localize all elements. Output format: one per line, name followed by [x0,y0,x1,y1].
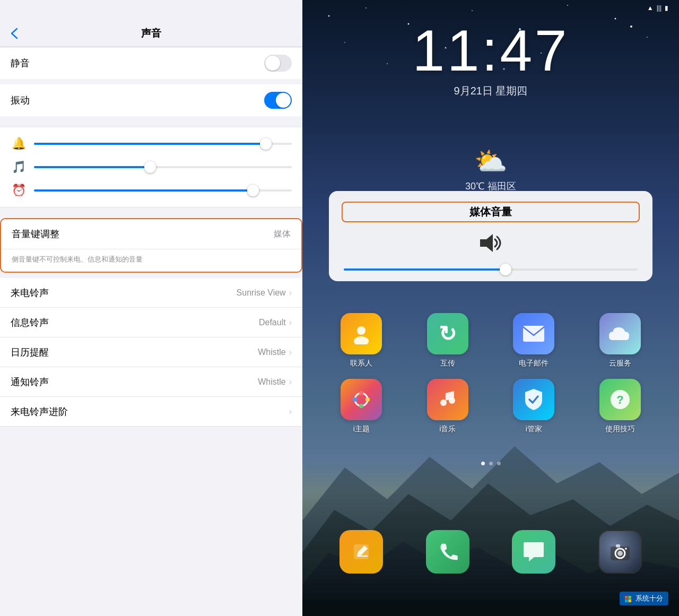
tips-icon: ? [599,379,641,420]
dock-camera[interactable] [598,530,642,574]
watermark: 系统十分 [620,592,668,605]
advanced-chevron-icon: › [289,407,292,417]
mute-section: 静音 [0,47,302,79]
music-slider-fill [34,166,150,168]
camera-icon [598,530,642,574]
notification-label: 通知铃声 [11,376,49,388]
transfer-label: 互传 [440,359,455,368]
calendar-row[interactable]: 日历提醒 Whistle › [0,337,302,367]
alarm-slider-fill [34,189,253,192]
mute-toggle[interactable] [264,55,292,72]
ringtone-right: Sunrise View › [237,288,292,298]
svg-point-28 [449,397,455,404]
divider-1 [0,79,302,84]
page-title: 声音 [141,27,162,40]
ringtone-chevron-icon: › [289,288,292,298]
music-icon: 🎵 [11,160,27,174]
divider-4 [0,273,302,278]
svg-point-37 [625,548,627,550]
svg-point-19 [357,326,365,335]
notification-row[interactable]: 通知铃声 Whistle › [0,367,302,397]
dock-messages[interactable] [512,530,555,574]
edit-icon [340,530,383,574]
notification-value: Whistle [258,377,285,387]
calendar-chevron-icon: › [289,348,292,357]
dock-edit[interactable] [340,530,383,574]
contacts-label: 联系人 [350,359,372,368]
back-button[interactable] [11,28,18,39]
cloud-icon [599,313,641,354]
music-slider-track[interactable] [34,166,292,168]
mute-toggle-knob [265,56,280,71]
app-contacts[interactable]: 联系人 [324,313,398,368]
advanced-label: 来电铃声进阶 [11,405,68,418]
tone-section: 来电铃声 Sunrise View › 信息铃声 Default › 日历提醒 … [0,278,302,427]
bell-volume-row: 🔔 [11,137,292,151]
app-security[interactable]: i管家 [497,379,571,434]
popup-volume-slider[interactable] [344,268,638,271]
message-tone-right: Default › [259,318,292,327]
volume-key-value: 媒体 [274,229,291,240]
volume-key-label: 音量键调整 [12,228,59,240]
lockscreen-panel: ▲ ||| ▮ 11:47 9月21日 星期四 ⛅ 30℃ 福田区 媒体音量 [302,0,679,616]
svg-point-23 [359,391,363,395]
music-volume-row: 🎵 [11,160,292,174]
message-tone-value: Default [259,318,286,327]
media-volume-popup: 媒体音量 [329,191,652,281]
ringtone-row[interactable]: 来电铃声 Sunrise View › [0,278,302,308]
status-bar: ▲ ||| ▮ [302,0,679,16]
svg-rect-40 [625,599,628,602]
app-tips[interactable]: ? 使用技巧 [583,379,657,434]
messages-icon [512,530,555,574]
page-dot-1 [481,462,485,465]
notification-right: Whistle › [258,377,292,387]
vibrate-section: 振动 [0,84,302,116]
contacts-icon [341,313,382,354]
page-dot-2 [489,462,493,465]
mute-row: 静音 [0,47,302,79]
calendar-right: Whistle › [258,348,292,357]
popup-volume-icon [342,230,640,261]
svg-rect-39 [629,596,632,599]
volume-key-desc: 侧音量键不可控制来电、信息和通知的音量 [1,249,301,272]
clock-time: 11:47 [302,21,679,80]
ringtone-label: 来电铃声 [11,287,49,299]
volume-key-row[interactable]: 音量键调整 媒体 [1,219,301,249]
svg-rect-41 [629,599,632,602]
vibrate-label: 振动 [11,94,30,107]
mute-label: 静音 [11,57,30,70]
app-theme[interactable]: i主题 [324,379,398,434]
bottom-dock [318,530,663,574]
vibrate-toggle[interactable] [264,92,292,109]
sliders-section: 🔔 🎵 ⏰ [0,127,302,207]
alarm-slider-track[interactable] [34,189,292,192]
bell-slider-track[interactable] [34,143,292,145]
security-label: i管家 [526,424,542,434]
app-row-2: i主题 i音乐 i管家 [318,379,663,434]
advanced-right: › [289,407,292,417]
bell-icon: 🔔 [11,137,27,151]
message-tone-row[interactable]: 信息铃声 Default › [0,308,302,337]
app-cloud[interactable]: 云服务 [583,313,657,368]
music-label: i音乐 [439,424,456,434]
advanced-row[interactable]: 来电铃声进阶 › [0,397,302,427]
transfer-icon: ↻ [427,313,468,354]
battery-icon: ▮ [665,4,668,12]
settings-scroll[interactable]: 静音 振动 🔔 [0,47,302,616]
app-row-1: 联系人 ↻ 互传 电子邮件 [318,313,663,368]
calendar-value: Whistle [258,348,285,357]
divider-3 [0,207,302,213]
svg-marker-18 [480,234,493,252]
theme-label: i主题 [353,424,370,434]
dock-phone[interactable] [426,530,469,574]
svg-point-6 [615,18,616,20]
app-email[interactable]: 电子邮件 [497,313,571,368]
popup-title: 媒体音量 [342,202,640,222]
app-transfer[interactable]: ↻ 互传 [411,313,485,368]
page-dot-3 [497,462,501,465]
divider-2 [0,116,302,122]
app-music[interactable]: i音乐 [411,379,485,434]
popup-slider-fill [344,268,506,271]
weather-icon: ⛅ [302,146,679,177]
popup-slider-thumb [500,264,511,275]
